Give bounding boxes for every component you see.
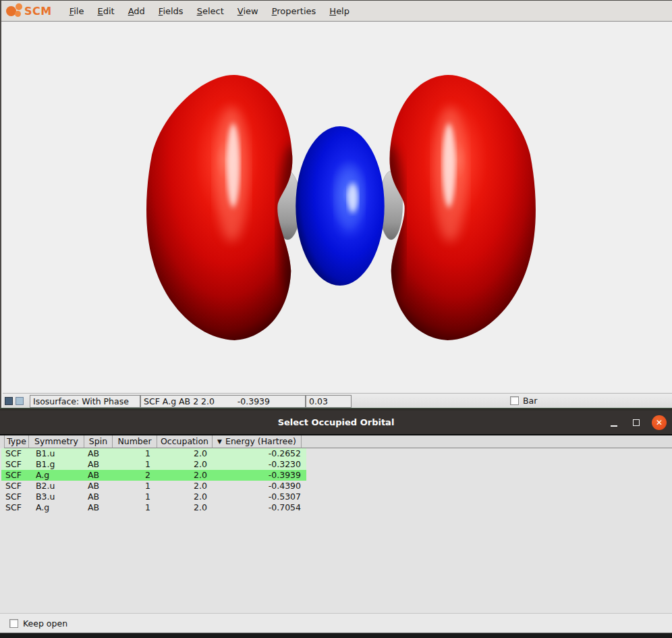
column-header-number[interactable]: Number	[113, 435, 157, 448]
menu-bar: SCM File Edit Add Fields Select View Pro…	[1, 1, 672, 22]
cell-occupation: 2.0	[157, 481, 213, 491]
adfview-window: SCM File Edit Add Fields Select View Pro…	[0, 0, 672, 638]
orbital-table-header: Type Symmetry Spin Number Occupation ▼ E…	[0, 434, 672, 448]
menu-edit[interactable]: Edit	[90, 4, 121, 18]
menu-view[interactable]: View	[231, 4, 265, 18]
cell-occupation: 2.0	[157, 502, 213, 513]
cell-spin: AB	[84, 448, 113, 459]
phase-color-swatch-dark[interactable]	[5, 397, 13, 405]
dialog-title-bar: Select Occupied Orbital ✕	[0, 410, 672, 434]
table-row[interactable]: SCF B2.u AB 1 2.0 -0.4390	[1, 481, 306, 491]
table-row-selected[interactable]: SCF A.g AB 2 2.0 -0.3939	[1, 470, 306, 481]
cell-spin: AB	[84, 491, 113, 502]
orbital-isosurface-render	[3, 22, 672, 393]
cell-energy: -0.5307	[213, 491, 303, 502]
viewer-window: SCM File Edit Add Fields Select View Pro…	[0, 0, 672, 408]
close-button[interactable]: ✕	[652, 415, 667, 430]
table-row[interactable]: SCF B1.g AB 1 2.0 -0.3230	[1, 459, 306, 470]
isosurface-mode-field[interactable]: Isosurface: With Phase	[30, 395, 140, 408]
cell-energy: -0.3230	[213, 459, 303, 470]
bar-checkbox[interactable]	[510, 396, 519, 405]
cell-symmetry: B1.g	[29, 459, 84, 470]
cell-occupation: 2.0	[157, 459, 213, 470]
orbital-table: SCF B1.u AB 1 2.0 -0.2652 SCF B1.g AB 1 …	[0, 448, 672, 513]
menu-help[interactable]: Help	[323, 4, 356, 18]
cell-number: 1	[113, 448, 157, 459]
bar-checkbox-group: Bar	[510, 396, 537, 406]
table-row[interactable]: SCF A.g AB 1 2.0 -0.7054	[1, 502, 306, 513]
cell-occupation: 2.0	[157, 448, 213, 459]
molecule-3d-viewport[interactable]	[3, 22, 672, 393]
menu-add[interactable]: Add	[121, 4, 152, 18]
isovalue-field[interactable]: 0.03	[306, 395, 352, 408]
cell-type: SCF	[1, 481, 29, 491]
dialog-footer: Keep open	[0, 613, 672, 633]
cell-occupation: 2.0	[157, 491, 213, 502]
maximize-button[interactable]	[629, 416, 643, 429]
cell-spin: AB	[84, 470, 113, 481]
window-controls: ✕	[607, 410, 667, 434]
menu-fields[interactable]: Fields	[152, 4, 190, 18]
cell-spin: AB	[84, 459, 113, 470]
menu-properties[interactable]: Properties	[265, 4, 323, 18]
table-row[interactable]: SCF B1.u AB 1 2.0 -0.2652	[1, 448, 306, 459]
column-header-energy[interactable]: ▼ Energy (Hartree)	[213, 435, 302, 448]
cell-energy: -0.2652	[213, 448, 303, 459]
menu-file[interactable]: File	[63, 4, 91, 18]
bar-checkbox-label: Bar	[523, 396, 537, 406]
status-bar: Isosurface: With Phase SCF A.g AB 2 2.0 …	[3, 393, 672, 408]
column-header-occupation[interactable]: Occupation	[157, 435, 213, 448]
cell-number: 1	[113, 491, 157, 502]
sort-desc-icon: ▼	[217, 435, 222, 448]
cell-symmetry: B2.u	[29, 481, 84, 491]
window-bottom-edge	[0, 633, 672, 638]
cell-energy: -0.3939	[213, 470, 303, 481]
cell-energy: -0.4390	[213, 481, 303, 491]
cell-number: 1	[113, 502, 157, 513]
selected-orbital-field[interactable]: SCF A.g AB 2 2.0 -0.3939	[140, 395, 306, 408]
cell-symmetry: A.g	[29, 502, 84, 513]
orbital-energy-value: -0.3939	[237, 396, 270, 407]
cell-spin: AB	[84, 502, 113, 513]
cell-symmetry: B3.u	[29, 491, 84, 502]
phase-color-swatch-light[interactable]	[16, 397, 24, 405]
scm-logo: SCM	[5, 2, 52, 20]
cell-symmetry: B1.u	[29, 448, 84, 459]
column-header-symmetry[interactable]: Symmetry	[29, 435, 84, 448]
minimize-button[interactable]	[607, 416, 621, 429]
cell-type: SCF	[1, 502, 29, 513]
cell-type: SCF	[1, 470, 29, 481]
cell-type: SCF	[1, 448, 29, 459]
column-header-filler	[302, 435, 672, 448]
cell-number: 1	[113, 459, 157, 470]
cell-type: SCF	[1, 491, 29, 502]
cell-spin: AB	[84, 481, 113, 491]
scm-molecule-icon	[5, 2, 24, 20]
keep-open-checkbox[interactable]	[9, 619, 18, 628]
orbital-id-text: SCF A.g AB 2 2.0	[144, 396, 215, 407]
keep-open-label: Keep open	[23, 618, 67, 629]
cell-occupation: 2.0	[157, 470, 213, 481]
cell-type: SCF	[1, 459, 29, 470]
column-header-spin[interactable]: Spin	[84, 435, 113, 448]
scm-logo-text: SCM	[24, 5, 52, 18]
column-header-type[interactable]: Type	[4, 435, 29, 448]
cell-energy: -0.7054	[213, 502, 303, 513]
cell-number: 2	[113, 470, 157, 481]
menu-select[interactable]: Select	[190, 4, 231, 18]
table-row[interactable]: SCF B3.u AB 1 2.0 -0.5307	[1, 491, 306, 502]
dialog-title: Select Occupied Orbital	[278, 417, 395, 427]
cell-symmetry: A.g	[29, 470, 84, 481]
cell-number: 1	[113, 481, 157, 491]
negative-lobe-center	[296, 126, 384, 286]
